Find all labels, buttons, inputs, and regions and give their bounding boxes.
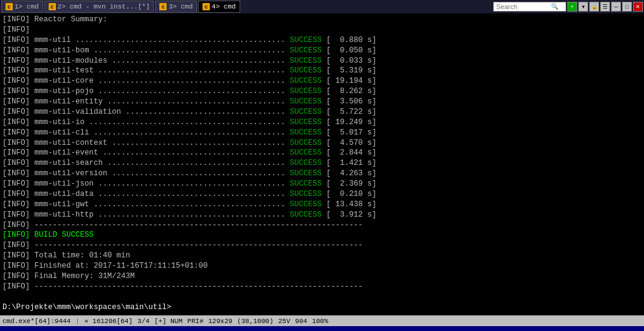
terminal-line: [INFO] Finished at: 2017-11-16T17:11:15+…	[2, 261, 642, 271]
terminal-line: [INFO] mmm-util-cli ....................…	[2, 128, 642, 138]
maximize-button[interactable]: □	[622, 2, 632, 12]
terminal-line: [INFO] mmm-util-json ...................…	[2, 179, 642, 189]
terminal-output: [INFO] Reactor Summary:[INFO] [INFO] mmm…	[0, 13, 644, 315]
close-button[interactable]: ✕	[633, 2, 643, 12]
terminal-line: [INFO] ---------------------------------…	[2, 282, 642, 292]
terminal-line: [INFO] ---------------------------------…	[2, 220, 642, 231]
search-input[interactable]	[496, 3, 551, 10]
terminal-line: [INFO] mmm-util-modules ................…	[2, 56, 642, 66]
terminal-line: [INFO] Total time: 01:40 min	[2, 251, 642, 261]
tab-1[interactable]: C 1> cmd	[1, 1, 43, 13]
terminal-line: [INFO] mmm-util-data ...................…	[2, 189, 642, 200]
terminal-line: [INFO] mmm-util-gwt ....................…	[2, 200, 642, 210]
tab-2[interactable]: C 2> cmd - mvn inst...[*]	[44, 1, 154, 13]
status-zoom: 100%	[312, 318, 328, 325]
terminal-line: [INFO]	[2, 25, 642, 35]
status-dimensions: 129x29	[208, 318, 232, 325]
tab-icon-3: C	[159, 3, 167, 10]
dropdown-button[interactable]: ▾	[578, 2, 588, 12]
terminal-line: D:\Projekte\mmm\workspaces\main\util>	[2, 302, 642, 313]
terminal-line: [INFO] mmm-util-io .....................…	[2, 117, 642, 128]
terminal-line: [INFO] mmm-util-validation .............…	[2, 107, 642, 117]
status-voltage: 25V	[279, 318, 291, 325]
search-icon: 🔍	[551, 3, 558, 10]
status-indicators: [+] NUM	[154, 318, 182, 325]
tab-label-1: 1> cmd	[15, 3, 39, 10]
terminal-line: [INFO] mmm-util-http ...................…	[2, 210, 642, 220]
terminal-line: [INFO] Final Memory: 31M/243M	[2, 271, 642, 282]
terminal-line: [INFO] mmm-util-version ................…	[2, 169, 642, 179]
terminal-line: [INFO] mmm-util-core ...................…	[2, 76, 642, 86]
status-memory: 904	[295, 318, 307, 325]
terminal-line: [INFO] Reactor Summary:	[2, 15, 642, 25]
terminal-line: [INFO] BUILD SUCCESS	[2, 230, 642, 240]
minimize-button[interactable]: ─	[611, 2, 621, 12]
terminal-line: [INFO] mmm-util-event ..................…	[2, 148, 642, 158]
status-pane: 3/4	[137, 318, 150, 325]
settings-button[interactable]: ☰	[600, 2, 610, 12]
status-bar: cmd.exe*[64]:9444 | « 161206[64] 3/4 [+]…	[0, 315, 644, 326]
terminal-line: [INFO] mmm-util-search .................…	[2, 158, 642, 169]
terminal-line: [INFO] mmm-util-entity .................…	[2, 97, 642, 107]
add-tab-button[interactable]: +	[567, 2, 577, 12]
terminal-line: [INFO] ---------------------------------…	[2, 240, 642, 251]
tab-icon-4: C	[203, 3, 210, 10]
tab-icon-1: C	[5, 3, 13, 10]
tab-icon-2: C	[49, 3, 56, 10]
lock-button[interactable]: 🔒	[589, 2, 599, 12]
search-area: 🔍 + ▾ 🔒 ☰ ─ □ ✕	[493, 2, 643, 12]
search-box[interactable]: 🔍	[493, 2, 566, 12]
tab-label-2: 2> cmd - mvn inst...[*]	[58, 3, 150, 10]
title-bar: C 1> cmd C 2> cmd - mvn inst...[*] C 3> …	[0, 0, 644, 13]
terminal-line: [INFO] mmm-util-test ...................…	[2, 66, 642, 76]
status-process: cmd.exe*[64]:9444	[2, 318, 71, 325]
tab-label-4: 4> cmd	[212, 3, 236, 10]
terminal-line: [INFO] mmm-util-bom ....................…	[2, 46, 642, 56]
status-coordinates: (38,1000)	[237, 318, 273, 325]
status-position: « 161206[64]	[85, 318, 133, 325]
terminal-line: [INFO] mmm-util ........................…	[2, 35, 642, 46]
tab-3[interactable]: C 3> cmd	[155, 1, 197, 13]
tab-label-3: 3> cmd	[168, 3, 193, 10]
terminal-line: [INFO] mmm-util-context ................…	[2, 138, 642, 148]
tab-4[interactable]: C 4> cmd	[198, 1, 240, 13]
terminal-line	[2, 292, 642, 302]
status-priority: PRI#	[187, 318, 203, 325]
terminal-line: [INFO] mmm-util-pojo ...................…	[2, 86, 642, 97]
